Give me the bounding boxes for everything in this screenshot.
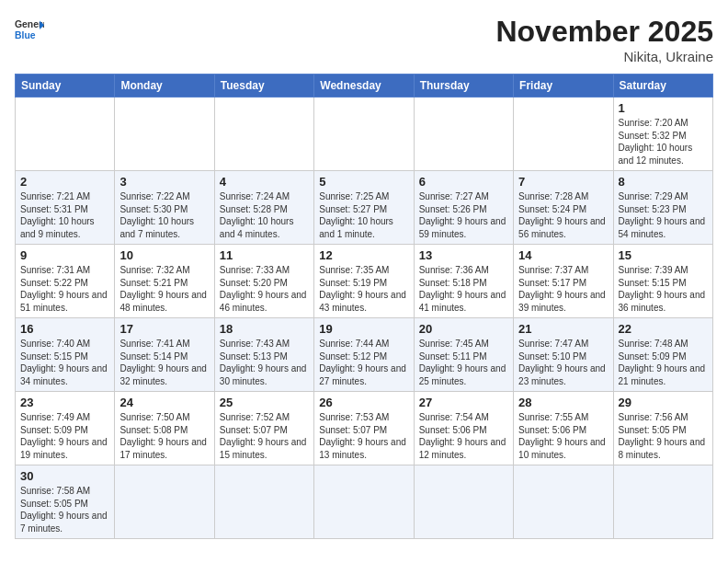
day-number: 20 bbox=[419, 322, 508, 336]
day-number: 9 bbox=[20, 248, 109, 262]
day-number: 10 bbox=[119, 248, 209, 262]
day-cell: 20Sunrise: 7:45 AM Sunset: 5:11 PM Dayli… bbox=[414, 318, 513, 392]
header-day-wednesday: Wednesday bbox=[314, 75, 414, 98]
day-info: Sunrise: 7:20 AM Sunset: 5:32 PM Dayligh… bbox=[619, 117, 708, 167]
day-cell: 9Sunrise: 7:31 AM Sunset: 5:22 PM Daylig… bbox=[16, 245, 115, 318]
day-cell: 23Sunrise: 7:49 AM Sunset: 5:09 PM Dayli… bbox=[16, 392, 115, 465]
day-number: 4 bbox=[220, 175, 309, 189]
logo: General Blue bbox=[15, 15, 44, 44]
day-info: Sunrise: 7:52 AM Sunset: 5:07 PM Dayligh… bbox=[220, 411, 309, 461]
header-row: SundayMondayTuesdayWednesdayThursdayFrid… bbox=[16, 75, 713, 98]
day-number: 15 bbox=[619, 248, 708, 262]
day-info: Sunrise: 7:49 AM Sunset: 5:09 PM Dayligh… bbox=[20, 411, 109, 461]
day-number: 12 bbox=[319, 248, 408, 262]
day-cell: 3Sunrise: 7:22 AM Sunset: 5:30 PM Daylig… bbox=[115, 171, 214, 245]
day-cell: 6Sunrise: 7:27 AM Sunset: 5:26 PM Daylig… bbox=[414, 171, 513, 245]
day-number: 23 bbox=[20, 396, 109, 409]
day-cell bbox=[214, 465, 313, 539]
day-number: 5 bbox=[319, 175, 408, 189]
header-day-tuesday: Tuesday bbox=[214, 75, 313, 98]
day-cell: 27Sunrise: 7:54 AM Sunset: 5:06 PM Dayli… bbox=[414, 392, 513, 465]
day-info: Sunrise: 7:28 AM Sunset: 5:24 PM Dayligh… bbox=[518, 190, 608, 240]
day-number: 2 bbox=[20, 175, 109, 189]
day-info: Sunrise: 7:43 AM Sunset: 5:13 PM Dayligh… bbox=[220, 338, 309, 387]
day-info: Sunrise: 7:44 AM Sunset: 5:12 PM Dayligh… bbox=[319, 338, 408, 387]
day-number: 17 bbox=[119, 322, 209, 336]
day-cell: 25Sunrise: 7:52 AM Sunset: 5:07 PM Dayli… bbox=[214, 392, 313, 465]
day-number: 22 bbox=[619, 322, 708, 336]
day-cell: 26Sunrise: 7:53 AM Sunset: 5:07 PM Dayli… bbox=[314, 392, 414, 465]
day-number: 13 bbox=[419, 248, 508, 262]
day-cell: 17Sunrise: 7:41 AM Sunset: 5:14 PM Dayli… bbox=[115, 318, 214, 392]
day-info: Sunrise: 7:24 AM Sunset: 5:28 PM Dayligh… bbox=[220, 190, 309, 240]
day-cell: 11Sunrise: 7:33 AM Sunset: 5:20 PM Dayli… bbox=[214, 245, 313, 318]
day-info: Sunrise: 7:35 AM Sunset: 5:19 PM Dayligh… bbox=[319, 264, 408, 314]
day-info: Sunrise: 7:45 AM Sunset: 5:11 PM Dayligh… bbox=[419, 338, 508, 387]
day-number: 16 bbox=[20, 322, 109, 336]
day-cell: 8Sunrise: 7:29 AM Sunset: 5:23 PM Daylig… bbox=[613, 171, 712, 245]
day-number: 27 bbox=[419, 396, 508, 409]
day-cell bbox=[314, 465, 414, 539]
day-cell: 1Sunrise: 7:20 AM Sunset: 5:32 PM Daylig… bbox=[613, 98, 712, 171]
day-info: Sunrise: 7:25 AM Sunset: 5:27 PM Dayligh… bbox=[319, 190, 408, 240]
title-block: November 2025 Nikita, Ukraine bbox=[495, 15, 713, 64]
day-cell bbox=[514, 465, 613, 539]
day-number: 30 bbox=[20, 469, 109, 483]
day-info: Sunrise: 7:21 AM Sunset: 5:31 PM Dayligh… bbox=[20, 190, 109, 240]
day-cell bbox=[115, 98, 214, 171]
month-title: November 2025 bbox=[495, 15, 713, 49]
day-info: Sunrise: 7:55 AM Sunset: 5:06 PM Dayligh… bbox=[518, 411, 608, 461]
day-cell: 7Sunrise: 7:28 AM Sunset: 5:24 PM Daylig… bbox=[514, 171, 613, 245]
day-number: 6 bbox=[419, 175, 508, 189]
svg-text:Blue: Blue bbox=[15, 30, 36, 40]
day-number: 29 bbox=[619, 396, 708, 409]
calendar-header: SundayMondayTuesdayWednesdayThursdayFrid… bbox=[16, 75, 713, 98]
day-cell: 4Sunrise: 7:24 AM Sunset: 5:28 PM Daylig… bbox=[214, 171, 313, 245]
day-cell: 16Sunrise: 7:40 AM Sunset: 5:15 PM Dayli… bbox=[16, 318, 115, 392]
header-day-friday: Friday bbox=[514, 75, 613, 98]
day-cell: 2Sunrise: 7:21 AM Sunset: 5:31 PM Daylig… bbox=[16, 171, 115, 245]
day-number: 8 bbox=[619, 175, 708, 189]
week-row-2: 9Sunrise: 7:31 AM Sunset: 5:22 PM Daylig… bbox=[16, 245, 713, 318]
header-day-thursday: Thursday bbox=[414, 75, 513, 98]
day-cell: 22Sunrise: 7:48 AM Sunset: 5:09 PM Dayli… bbox=[613, 318, 712, 392]
day-cell: 19Sunrise: 7:44 AM Sunset: 5:12 PM Dayli… bbox=[314, 318, 414, 392]
day-info: Sunrise: 7:37 AM Sunset: 5:17 PM Dayligh… bbox=[518, 264, 608, 314]
week-row-3: 16Sunrise: 7:40 AM Sunset: 5:15 PM Dayli… bbox=[16, 318, 713, 392]
day-info: Sunrise: 7:50 AM Sunset: 5:08 PM Dayligh… bbox=[119, 411, 209, 461]
day-number: 7 bbox=[518, 175, 608, 189]
page-header: General Blue November 2025 Nikita, Ukrai… bbox=[15, 15, 713, 64]
header-day-monday: Monday bbox=[115, 75, 214, 98]
day-info: Sunrise: 7:56 AM Sunset: 5:05 PM Dayligh… bbox=[619, 411, 708, 461]
calendar-table: SundayMondayTuesdayWednesdayThursdayFrid… bbox=[15, 74, 713, 539]
day-number: 24 bbox=[119, 396, 209, 409]
week-row-0: 1Sunrise: 7:20 AM Sunset: 5:32 PM Daylig… bbox=[16, 98, 713, 171]
day-number: 14 bbox=[518, 248, 608, 262]
day-info: Sunrise: 7:39 AM Sunset: 5:15 PM Dayligh… bbox=[619, 264, 708, 314]
location-subtitle: Nikita, Ukraine bbox=[495, 49, 713, 64]
day-cell: 21Sunrise: 7:47 AM Sunset: 5:10 PM Dayli… bbox=[514, 318, 613, 392]
week-row-4: 23Sunrise: 7:49 AM Sunset: 5:09 PM Dayli… bbox=[16, 392, 713, 465]
day-cell: 29Sunrise: 7:56 AM Sunset: 5:05 PM Dayli… bbox=[613, 392, 712, 465]
day-number: 19 bbox=[319, 322, 408, 336]
day-info: Sunrise: 7:54 AM Sunset: 5:06 PM Dayligh… bbox=[419, 411, 508, 461]
day-cell bbox=[414, 98, 513, 171]
logo-icon: General Blue bbox=[15, 15, 44, 44]
day-info: Sunrise: 7:58 AM Sunset: 5:05 PM Dayligh… bbox=[20, 485, 109, 534]
day-cell bbox=[115, 465, 214, 539]
day-cell bbox=[414, 465, 513, 539]
day-cell: 18Sunrise: 7:43 AM Sunset: 5:13 PM Dayli… bbox=[214, 318, 313, 392]
day-number: 21 bbox=[518, 322, 608, 336]
day-cell: 14Sunrise: 7:37 AM Sunset: 5:17 PM Dayli… bbox=[514, 245, 613, 318]
day-cell bbox=[613, 465, 712, 539]
day-cell bbox=[314, 98, 414, 171]
day-cell: 12Sunrise: 7:35 AM Sunset: 5:19 PM Dayli… bbox=[314, 245, 414, 318]
day-info: Sunrise: 7:48 AM Sunset: 5:09 PM Dayligh… bbox=[619, 338, 708, 387]
day-cell: 5Sunrise: 7:25 AM Sunset: 5:27 PM Daylig… bbox=[314, 171, 414, 245]
week-row-1: 2Sunrise: 7:21 AM Sunset: 5:31 PM Daylig… bbox=[16, 171, 713, 245]
header-day-saturday: Saturday bbox=[613, 75, 712, 98]
day-cell bbox=[514, 98, 613, 171]
day-cell bbox=[16, 98, 115, 171]
day-info: Sunrise: 7:33 AM Sunset: 5:20 PM Dayligh… bbox=[220, 264, 309, 314]
day-cell: 28Sunrise: 7:55 AM Sunset: 5:06 PM Dayli… bbox=[514, 392, 613, 465]
